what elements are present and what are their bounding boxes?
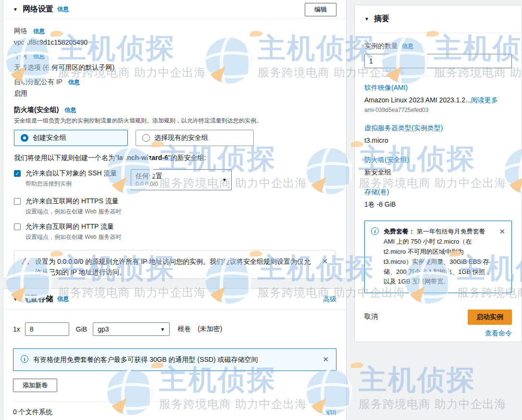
auto-ip-field-label: 自动分配公有 IP 信息 [14, 78, 336, 86]
sg-name: launch-wizard-6 [117, 154, 168, 161]
volume-type-select[interactable]: gp3 ▼ [93, 322, 170, 336]
divider [13, 401, 336, 402]
network-settings-info-link[interactable]: 信息 [57, 5, 69, 13]
free-tier-storage-notice: i 有资格使用免费套餐的客户最多可获得 30GB 的通用型 (SSD) 或磁存储… [13, 348, 336, 371]
chevron-down-icon: ▼ [160, 327, 165, 332]
divider [364, 76, 512, 76]
subnet-field-label: 子网 信息 [14, 52, 336, 61]
instance-type-value: t3.micro [364, 136, 512, 146]
summary-item-ami: 软件映像(AMI) Amazon Linux 2023 AMI 2023.1.2… [364, 84, 512, 113]
storage-link[interactable]: 存储(卷) [364, 188, 512, 197]
radio-unselected-icon[interactable] [142, 134, 150, 142]
firewall-value: 新安全组 [364, 168, 512, 177]
summary-body: 实例的数量 信息 软件映像(AMI) Amazon Linux 2023 AMI… [355, 33, 522, 338]
free-tier-text: 免费套餐： 第一年包括每月免费套餐 AMI 上的 750 小时 t2.micro… [384, 227, 492, 287]
volume-size-input[interactable] [25, 322, 69, 336]
configure-storage-panel: ▼ 配置存储 信息 高级 1x GiB gp3 ▼ 根卷 (未加密) i 有资格… [3, 288, 347, 420]
network-info-link[interactable]: 信息 [33, 28, 45, 35]
close-icon[interactable]: ✕ [322, 257, 328, 265]
summary-header: ▼ 摘要 [355, 5, 522, 33]
network-field-label: 网络 信息 [14, 27, 336, 36]
volume-row: 1x GiB gp3 ▼ 根卷 (未加密) [13, 322, 336, 336]
ssh-rule-sub: 帮助您连接到实例 [25, 180, 124, 188]
encryption-label: (未加密) [198, 325, 222, 334]
firewall-link[interactable]: 防火墙(安全组) [364, 156, 512, 164]
https-checkbox[interactable]: ✓ [14, 198, 21, 205]
close-icon[interactable]: ✕ [499, 227, 505, 235]
http-rule-sub: 设置端点，例如在创建 Web 服务器时 [25, 233, 121, 241]
instance-count-info-link[interactable]: 信息 [402, 42, 413, 50]
https-rule-sub: 设置端点，例如在创建 Web 服务器时 [25, 208, 121, 216]
http-rule-label: 允许来自互联网的 HTTP 流量 [25, 222, 121, 231]
free-tier-storage-text: 有资格使用免费套餐的客户最多可获得 30GB 的通用型 (SSD) 或磁存储空间 [33, 355, 316, 365]
root-volume-label: 根卷 [177, 325, 191, 334]
firewall-info-link[interactable]: 信息 [64, 107, 76, 113]
collapse-caret-icon[interactable]: ▼ [13, 296, 18, 302]
network-settings-header: ▼ 网络设置 信息 编辑 [3, 0, 346, 19]
watermark-title: 主机侦探 [359, 365, 507, 395]
configure-storage-title: 配置存储 [23, 294, 53, 304]
ami-value: Amazon Linux 2023 AMI 2023.1.2...阅读更多 [364, 96, 512, 105]
collapse-caret-icon[interactable]: ▼ [364, 16, 369, 22]
instance-count-label-row: 实例的数量 信息 [364, 42, 512, 50]
free-tier-info-box: i 免费套餐： 第一年包括每月免费套餐 AMI 上的 750 小时 t2.mic… [364, 221, 512, 293]
edit-file-systems-link[interactable]: 编辑 [323, 408, 336, 417]
warning-text: 设置为 0.0.0.0/0 的源规则允许所有 IP 地址访问您的实例。我们建议将… [35, 257, 315, 277]
watermark-subtitle: 服务跨境电商 助力中企出海 [359, 396, 507, 412]
summary-item-instance-type: 虚拟服务器类型(实例类型) t3.micro [364, 124, 512, 146]
read-more-link[interactable]: 阅读更多 [471, 96, 498, 104]
ami-link[interactable]: 软件映像(AMI) [364, 84, 512, 92]
ssh-checkbox[interactable]: ✓ [14, 170, 21, 177]
subnet-info-link[interactable]: 信息 [33, 53, 45, 60]
summary-panel: ▼ 摘要 实例的数量 信息 软件映像(AMI) Amazon Linux 202… [354, 5, 522, 342]
launch-instance-button[interactable]: 启动实例 [468, 309, 512, 325]
https-rule-label: 允许来自互联网的 HTTPS 流量 [25, 197, 121, 206]
instance-count-input[interactable] [364, 54, 512, 68]
advanced-link[interactable]: 高级 [323, 295, 336, 304]
select-existing-security-group-option[interactable]: 选择现有的安全组 [136, 130, 254, 146]
vpc-value: vpc-0f8c9d1c158205490 [14, 38, 336, 46]
new-sg-sentence: 我们将使用以下规则创建一个名为"launch-wizard-6"的新安全组: [14, 154, 336, 162]
summary-footer: 取消 启动实例 查看命令 [364, 309, 512, 338]
network-settings-body: 网络 信息 vpc-0f8c9d1c158205490 子网 信息 无首选项 (… [3, 19, 346, 279]
chevron-down-icon: ▼ [222, 177, 227, 183]
ec2-launch-wizard-page: ▼ 网络设置 信息 编辑 网络 信息 vpc-0f8c9d1c158205490… [0, 0, 522, 420]
https-rule-row: ✓ 允许来自互联网的 HTTPS 流量 设置端点，例如在创建 Web 服务器时 [14, 197, 336, 216]
configure-storage-header: ▼ 配置存储 信息 高级 [3, 289, 346, 310]
ssh-source-cidr: 0.0.0.0/0 [136, 181, 219, 187]
network-settings-title: 网络设置 [23, 4, 53, 14]
collapse-caret-icon[interactable]: ▼ [13, 7, 18, 12]
cancel-button[interactable]: 取消 [364, 309, 378, 324]
storage-value: 1卷 -8 GiB [364, 200, 512, 210]
edit-button[interactable]: 编辑 [305, 3, 336, 16]
security-group-options: 创建安全组 选择现有的安全组 [14, 130, 336, 146]
add-volume-button[interactable]: 添加新卷 [13, 379, 57, 392]
open-access-warning: 设置为 0.0.0.0/0 的源规则允许所有 IP 地址访问您的实例。我们建议将… [14, 250, 336, 279]
instance-type-link[interactable]: 虚拟服务器类型(实例类型) [364, 124, 512, 133]
http-rule-row: ✓ 允许来自互联网的 HTTP 流量 设置端点，例如在创建 Web 服务器时 [14, 222, 336, 241]
info-icon: i [371, 227, 379, 235]
view-command-link[interactable]: 查看命令 [485, 329, 512, 338]
ami-id: ami-039d5ea7725efed03 [364, 107, 512, 113]
summary-item-firewall: 防火墙(安全组) 新安全组 [364, 156, 512, 177]
create-security-group-option[interactable]: 创建安全组 [14, 130, 128, 146]
ssh-source-select[interactable]: 任何位置 0.0.0.0/0 ▼ [131, 169, 232, 190]
info-icon: i [21, 355, 28, 363]
radio-selected-icon[interactable] [21, 134, 28, 142]
close-icon[interactable]: ✕ [323, 355, 329, 363]
http-checkbox[interactable]: ✓ [14, 223, 21, 230]
firewall-label: 防火墙(安全组) 信息 [14, 106, 336, 114]
subnet-value: 无首选项 (任何可用区的默认子网) [14, 63, 336, 72]
configure-storage-body: 1x GiB gp3 ▼ 根卷 (未加密) i 有资格使用免费套餐的客户最多可获… [3, 310, 346, 417]
firewall-description: 安全组是一组负责为您的实例控制流量的防火墙规则。添加规则，以允许特定流量到达您的… [14, 117, 336, 125]
ssh-rule-row: ✓ 允许来自以下对象的 SSH 流量 帮助您连接到实例 任何位置 0.0.0.0… [14, 169, 336, 190]
storage-info-link[interactable]: 信息 [57, 295, 69, 303]
summary-title: 摘要 [374, 14, 389, 24]
file-systems-row: 0 个文件系统 编辑 [13, 408, 336, 417]
summary-item-storage: 存储(卷) 1卷 -8 GiB [364, 188, 512, 210]
volume-unit-label: GiB [76, 325, 87, 333]
auto-ip-info-link[interactable]: 信息 [68, 79, 80, 86]
network-settings-panel: ▼ 网络设置 信息 编辑 网络 信息 vpc-0f8c9d1c158205490… [3, 0, 347, 279]
ssh-source-value: 任何位置 [136, 172, 219, 181]
warning-icon [22, 258, 29, 264]
